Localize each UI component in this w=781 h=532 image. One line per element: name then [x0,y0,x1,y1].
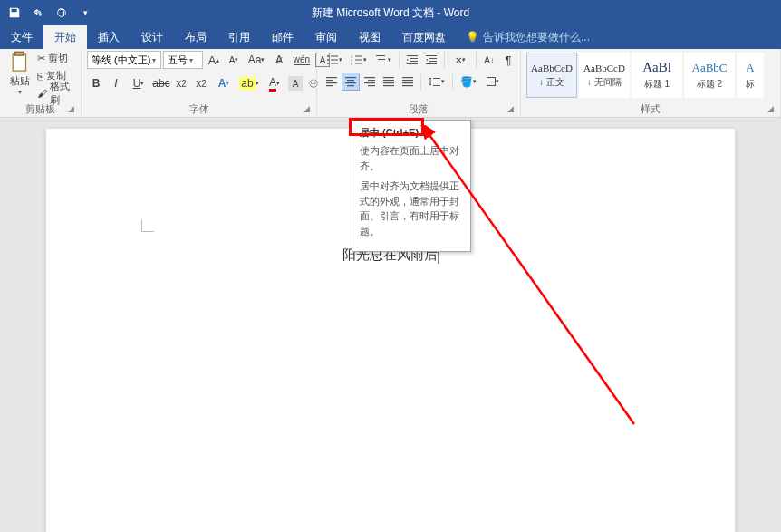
grow-font-button[interactable]: A▴ [205,51,223,69]
svg-rect-43 [402,80,413,81]
quick-access-toolbar: ▾ [4,2,96,24]
clear-formatting-button[interactable]: A̷ [270,51,288,69]
shading-button[interactable]: 🪣▾ [457,73,480,91]
ribbon: 粘贴 ▾ ✂剪切 ⎘复制 🖌格式刷 剪贴板 ◢ 等线 (中文正)▾ 五号▾ A▴… [0,49,781,118]
highlight-button[interactable]: ab▾ [237,74,261,92]
bullets-icon [326,53,339,66]
increase-indent-button[interactable] [422,51,440,69]
align-dist-icon [401,76,414,87]
brush-icon: 🖌 [37,88,47,99]
align-justify-icon [382,76,395,87]
svg-rect-48 [433,85,440,86]
align-center-button[interactable] [342,73,360,91]
svg-rect-10 [355,56,362,57]
style-no-spacing[interactable]: AaBbCcD↓ 无间隔 [579,53,630,98]
change-case-button[interactable]: Aa▾ [245,51,268,69]
asian-layout-button[interactable]: ✕▾ [448,51,472,69]
window-title: 新建 Microsoft Word 文档 - Word [312,5,469,21]
scissors-icon: ✂ [37,53,45,64]
group-font: 等线 (中文正)▾ 五号▾ A▴ A▾ Aa▾ A̷ wén A B I U▾ … [82,49,317,117]
style-normal[interactable]: AaBbCcD↓ 正文 [526,53,577,98]
save-icon [8,6,21,19]
paste-button[interactable]: 粘贴 ▾ [5,51,35,96]
group-styles-label: 样式 [526,102,775,117]
sort-button[interactable]: A↓ [480,51,498,69]
svg-rect-37 [368,85,375,86]
svg-rect-25 [426,63,437,64]
paragraph-launcher[interactable]: ◢ [507,104,518,115]
subscript-button[interactable]: x2 [172,74,190,92]
tab-layout[interactable]: 布局 [174,25,217,49]
svg-rect-16 [378,59,385,60]
svg-rect-33 [347,85,354,86]
styles-launcher[interactable]: ◢ [767,104,778,115]
phonetic-guide-button[interactable]: wén [290,51,313,69]
tab-file[interactable]: 文件 [0,25,43,49]
align-right-button[interactable] [361,73,379,91]
svg-rect-46 [433,78,440,79]
italic-button[interactable]: I [107,74,125,92]
tell-me-placeholder: 告诉我您想要做什么... [483,30,590,45]
style-heading1[interactable]: AaBl标题 1 [632,53,682,98]
style-heading2[interactable]: AaBbC标题 2 [684,53,735,98]
text-effects-button[interactable]: A▾ [212,74,236,92]
borders-button[interactable]: ▾ [481,73,505,91]
svg-rect-36 [364,82,375,83]
clipboard-launcher[interactable]: ◢ [68,104,79,115]
save-button[interactable] [4,2,25,24]
svg-rect-38 [383,77,394,78]
tab-review[interactable]: 审阅 [304,25,348,49]
redo-button[interactable] [51,2,72,24]
svg-rect-32 [345,82,356,83]
title-bar: ▾ 新建 Microsoft Word 文档 - Word [0,0,781,25]
font-color-button[interactable]: A▾ [263,74,286,92]
svg-rect-34 [364,77,375,78]
bold-button[interactable]: B [87,74,105,92]
svg-rect-31 [347,80,354,81]
decrease-indent-button[interactable] [403,51,421,69]
undo-icon [32,6,44,19]
svg-text:3: 3 [351,62,353,66]
group-clipboard: 粘贴 ▾ ✂剪切 ⎘复制 🖌格式刷 剪贴板 ◢ [0,49,82,117]
numbering-button[interactable]: 123▾ [347,51,371,69]
tab-view[interactable]: 视图 [348,25,391,49]
qat-more-button[interactable]: ▾ [74,2,96,24]
tab-baidu[interactable]: 百度网盘 [391,25,457,49]
svg-rect-15 [376,55,385,56]
svg-rect-21 [407,63,418,64]
undo-button[interactable] [27,2,49,24]
tab-design[interactable]: 设计 [130,25,174,49]
multilevel-list-button[interactable]: ▾ [371,51,395,69]
ribbon-tabs: 文件 开始 插入 设计 布局 引用 邮件 审阅 视图 百度网盘 💡 告诉我您想要… [0,25,781,49]
cut-button[interactable]: ✂剪切 [37,51,75,66]
underline-button[interactable]: U▾ [127,74,150,92]
shrink-font-button[interactable]: A▾ [225,51,243,69]
superscript-button[interactable]: x2 [192,74,210,92]
tab-insert[interactable]: 插入 [87,25,130,49]
svg-point-3 [327,55,329,57]
show-marks-button[interactable]: ¶ [499,51,517,69]
svg-point-7 [327,63,329,64]
format-painter-button[interactable]: 🖌格式刷 [37,85,75,101]
font-size-combo[interactable]: 五号▾ [163,51,203,69]
svg-rect-27 [326,80,333,81]
line-spacing-button[interactable]: ▾ [425,73,448,91]
style-heading3[interactable]: A标 [737,53,764,98]
multilevel-icon [375,53,388,66]
align-center-icon [344,76,357,87]
strikethrough-button[interactable]: abc [152,74,170,92]
svg-rect-26 [326,77,337,78]
svg-rect-1 [13,54,25,71]
tab-mail[interactable]: 邮件 [261,25,304,49]
tell-me-search[interactable]: 💡 告诉我您想要做什么... [466,30,590,45]
font-launcher[interactable]: ◢ [304,104,314,115]
char-shading-button[interactable]: A [288,76,303,91]
tab-home[interactable]: 开始 [43,25,87,49]
font-name-combo[interactable]: 等线 (中文正)▾ [87,51,161,69]
align-distributed-button[interactable] [399,73,417,91]
tab-references[interactable]: 引用 [217,25,261,49]
align-justify-button[interactable] [380,73,398,91]
align-left-button[interactable] [323,73,341,91]
styles-gallery[interactable]: AaBbCcD↓ 正文 AaBbCcD↓ 无间隔 AaBl标题 1 AaBbC标… [526,51,775,102]
bullets-button[interactable]: ▾ [323,51,346,69]
